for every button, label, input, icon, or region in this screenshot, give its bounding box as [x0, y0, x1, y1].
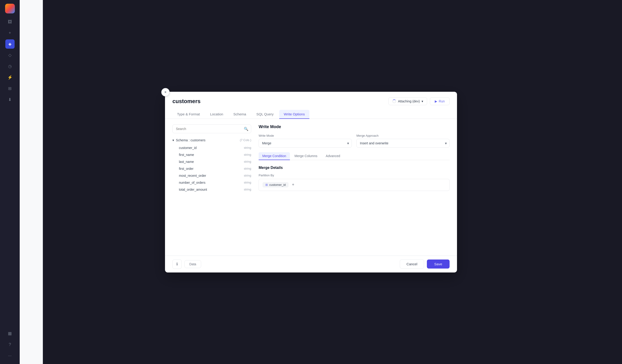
sidebar-item-diamond[interactable]: ◇	[5, 51, 15, 60]
schema-panel: 🔍 ▾ Schema : customers (7 Cols ) custome…	[173, 124, 251, 250]
sidebar: 🖼 + ◈ ◇ ◷ ⚡ ⊞ ⬇ ▦ ? ···	[0, 0, 20, 364]
write-mode-group: Write Mode Merge Append Replace Upsert ▾	[259, 134, 352, 148]
schema-cols-count: (7 Cols )	[240, 138, 251, 142]
modal-header: customers Attaching (dev) ▾ ▶ Run	[165, 92, 457, 105]
modal-footer: ℹ Data Cancel Save	[165, 256, 457, 272]
column-name: most_recent_order	[179, 174, 206, 177]
column-name: customer_id	[179, 146, 196, 150]
sidebar-item-clock[interactable]: ◷	[5, 62, 15, 71]
column-type: string	[244, 167, 251, 170]
add-partition-button[interactable]: +	[290, 182, 296, 188]
sidebar-item-add[interactable]: +	[5, 28, 15, 38]
run-icon: ▶	[435, 99, 437, 103]
schema-row-last-name: last_name string	[173, 158, 251, 165]
merge-approach-select[interactable]: Insert and overwrite Update only Delete …	[356, 139, 449, 148]
data-button[interactable]: Data	[184, 260, 201, 268]
tab-bar: Type & Format Location Schema SQL Query …	[165, 105, 457, 119]
footer-right: Cancel Save	[400, 260, 449, 268]
tab-schema[interactable]: Schema	[229, 110, 251, 119]
column-type: string	[244, 188, 251, 191]
modal-body: 🔍 ▾ Schema : customers (7 Cols ) custome…	[165, 119, 457, 256]
schema-row-customer-id: customer_id string	[173, 144, 251, 151]
sidebar-item-images[interactable]: 🖼	[5, 17, 15, 26]
tab-type-format[interactable]: Type & Format	[173, 110, 204, 119]
schema-title: ▾ Schema : customers	[173, 138, 206, 142]
dropdown-arrow-icon: ▾	[422, 99, 423, 103]
footer-left: ℹ Data	[173, 260, 201, 269]
write-mode-row: Write Mode Merge Append Replace Upsert ▾	[259, 134, 449, 148]
write-mode-select[interactable]: Merge Append Replace Upsert	[259, 139, 352, 148]
header-actions: Attaching (dev) ▾ ▶ Run	[389, 97, 449, 105]
options-panel: Write Mode Write Mode Merge Append Repla…	[259, 124, 449, 250]
environment-dropdown[interactable]: Attaching (dev) ▾	[389, 97, 427, 105]
tab-sql-query[interactable]: SQL Query	[252, 110, 278, 119]
search-wrapper: 🔍	[173, 124, 251, 133]
column-type: string	[244, 146, 251, 150]
merge-approach-label: Merge Approach	[356, 134, 449, 137]
info-button[interactable]: ℹ	[173, 260, 182, 269]
column-type: string	[244, 160, 251, 163]
modal-overlay: × customers Attaching (dev) ▾ ▶ Run Type…	[0, 0, 622, 364]
modal-title: customers	[173, 98, 200, 104]
merge-details-title: Merge Details	[259, 166, 449, 170]
sidebar-item-more[interactable]: ···	[5, 351, 15, 360]
run-label: Run	[439, 99, 445, 103]
write-mode-select-wrapper: Merge Append Replace Upsert ▾	[259, 139, 352, 148]
search-input[interactable]	[173, 124, 251, 133]
save-button[interactable]: Save	[427, 260, 449, 268]
sidebar-item-table[interactable]: ▦	[5, 329, 15, 338]
column-type: string	[244, 153, 251, 156]
left-panel	[20, 0, 43, 364]
schema-header: ▾ Schema : customers (7 Cols )	[173, 137, 251, 143]
run-button[interactable]: ▶ Run	[430, 97, 449, 105]
column-name: number_of_orders	[179, 181, 205, 184]
sub-tab-bar: Merge Condition Merge Columns Advanced	[259, 152, 449, 160]
tab-write-options[interactable]: Write Options	[279, 110, 310, 119]
schema-chevron-icon: ▾	[173, 138, 174, 142]
sidebar-item-download[interactable]: ⬇	[5, 95, 15, 104]
write-mode-title: Write Mode	[259, 124, 449, 129]
environment-label: Attaching (dev)	[398, 99, 420, 103]
column-type: string	[244, 181, 251, 184]
merge-approach-select-wrapper: Insert and overwrite Update only Delete …	[356, 139, 449, 148]
column-name: first_order	[179, 167, 194, 171]
tab-location[interactable]: Location	[205, 110, 228, 119]
schema-row-number-of-orders: number_of_orders string	[173, 179, 251, 186]
pill-icon: ⊞	[265, 183, 268, 187]
sidebar-item-activity[interactable]: ⚡	[5, 73, 15, 82]
loading-spinner	[392, 99, 396, 103]
search-icon: 🔍	[244, 127, 248, 131]
column-name: first_name	[179, 153, 194, 157]
app-logo	[5, 4, 15, 13]
partition-pills-container: ⊞ customer_id +	[259, 179, 449, 191]
add-icon: +	[292, 182, 294, 187]
schema-row-total-order-amount: total_order_amount string	[173, 186, 251, 193]
sub-tab-merge-columns[interactable]: Merge Columns	[291, 152, 321, 160]
column-name: total_order_amount	[179, 188, 207, 192]
sidebar-item-project[interactable]: ◈	[5, 39, 15, 49]
write-mode-label: Write Mode	[259, 134, 352, 137]
schema-row-most-recent-order: most_recent_order string	[173, 172, 251, 179]
pill-label: customer_id	[269, 183, 286, 187]
column-type: string	[244, 174, 251, 177]
modal-dialog: × customers Attaching (dev) ▾ ▶ Run Type…	[165, 92, 457, 272]
close-icon: ×	[164, 90, 166, 94]
partition-pill-customer-id: ⊞ customer_id	[263, 182, 289, 188]
schema-row-first-order: first_order string	[173, 165, 251, 172]
partition-by-label: Partition By	[259, 173, 449, 177]
close-button[interactable]: ×	[161, 88, 170, 96]
info-icon: ℹ	[176, 262, 178, 266]
sidebar-item-grid[interactable]: ⊞	[5, 84, 15, 93]
cancel-button[interactable]: Cancel	[400, 260, 424, 268]
sidebar-item-help[interactable]: ?	[5, 340, 15, 349]
schema-row-first-name: first_name string	[173, 151, 251, 158]
merge-approach-group: Merge Approach Insert and overwrite Upda…	[356, 134, 449, 148]
sub-tab-merge-condition[interactable]: Merge Condition	[259, 152, 290, 160]
column-name: last_name	[179, 160, 194, 164]
sub-tab-advanced[interactable]: Advanced	[322, 152, 344, 160]
